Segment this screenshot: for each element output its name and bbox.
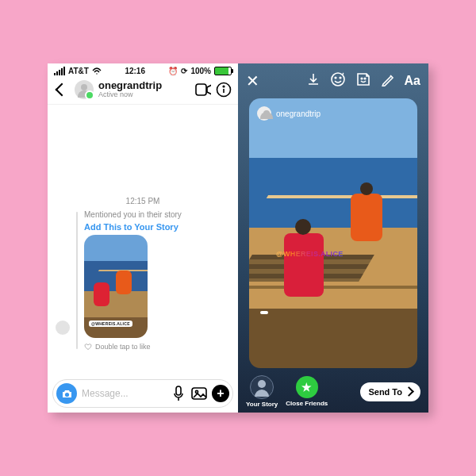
- face-filter-button[interactable]: [330, 71, 346, 90]
- add-to-story-link[interactable]: Add This to Your Story: [84, 222, 182, 232]
- svg-point-7: [332, 73, 344, 86]
- draw-button[interactable]: [381, 72, 395, 90]
- story-editor-screen: ✕ Aa onegrand: [238, 63, 428, 413]
- text-tool-button[interactable]: Aa: [405, 74, 420, 88]
- reply-gutter: [76, 212, 78, 349]
- svg-point-8: [335, 77, 336, 79]
- close-friends-button[interactable]: ★ Close Friends: [286, 376, 328, 407]
- gallery-button[interactable]: [191, 386, 207, 401]
- story-toolbar: ✕ Aa: [238, 63, 428, 95]
- dm-header: onegrandtrip Active now: [48, 75, 238, 105]
- message-thread[interactable]: 12:15 PM Mentioned you in their story Ad…: [48, 109, 238, 379]
- svg-rect-0: [196, 84, 206, 95]
- svg-rect-4: [176, 386, 181, 395]
- clock: 12:16: [125, 67, 145, 75]
- chevron-right-icon: [404, 386, 414, 397]
- svg-point-11: [364, 78, 366, 79]
- mention-label: Mentioned you in their story: [84, 210, 182, 219]
- story-canvas[interactable]: onegrandtrip @WHEREIS.ALICE: [249, 98, 417, 368]
- attr-username: onegrandtrip: [276, 109, 321, 118]
- more-button[interactable]: +: [212, 385, 229, 402]
- video-call-button[interactable]: [195, 82, 211, 98]
- reshare-attribution[interactable]: onegrandtrip: [257, 106, 321, 121]
- voice-button[interactable]: [171, 386, 186, 401]
- sticker-button[interactable]: [355, 71, 371, 90]
- star-icon: ★: [301, 381, 312, 393]
- save-button[interactable]: [306, 72, 321, 90]
- battery-icon: [214, 67, 232, 75]
- info-button[interactable]: [216, 82, 232, 98]
- message-input[interactable]: Message...: [82, 388, 166, 399]
- dm-screen: AT&T 12:16 ⏰ ⟳ 100% onegrandtrip Active …: [48, 63, 238, 413]
- preview-tag: @WHEREIS.ALICE: [89, 321, 132, 327]
- back-button[interactable]: [54, 82, 70, 98]
- your-story-avatar-icon: [250, 375, 274, 399]
- camera-button[interactable]: [56, 383, 77, 404]
- battery-percent: 100%: [190, 67, 211, 75]
- story-mention-preview[interactable]: @WHEREIS.ALICE: [84, 235, 148, 338]
- alarm-icon: ⏰: [168, 67, 178, 75]
- your-story-button[interactable]: Your Story: [246, 375, 278, 408]
- username[interactable]: onegrandtrip: [98, 80, 162, 91]
- attr-avatar: [257, 106, 271, 121]
- svg-point-2: [223, 86, 225, 87]
- story-share-bar: Your Story ★ Close Friends Send To: [238, 375, 428, 408]
- sender-avatar[interactable]: [56, 321, 70, 335]
- rotation-lock-icon: ⟳: [181, 67, 187, 75]
- svg-point-9: [340, 77, 341, 79]
- mention-sticker[interactable]: @WHEREIS.ALICE: [260, 311, 268, 314]
- status-bar: AT&T 12:16 ⏰ ⟳ 100%: [48, 63, 238, 75]
- heart-icon: [84, 343, 92, 351]
- signal-icon: [54, 67, 65, 75]
- active-status: Active now: [98, 91, 162, 99]
- carrier-label: AT&T: [68, 67, 89, 75]
- double-tap-hint[interactable]: Double tap to like: [84, 343, 182, 351]
- send-to-button[interactable]: Send To: [360, 382, 420, 401]
- active-dot-icon: [85, 90, 94, 100]
- message-composer: Message... +: [52, 379, 233, 408]
- close-button[interactable]: ✕: [246, 73, 259, 89]
- thread-timestamp: 12:15 PM: [48, 197, 238, 205]
- svg-point-10: [361, 78, 363, 79]
- wifi-icon: [92, 67, 102, 75]
- svg-point-3: [64, 392, 68, 396]
- avatar[interactable]: [75, 80, 94, 99]
